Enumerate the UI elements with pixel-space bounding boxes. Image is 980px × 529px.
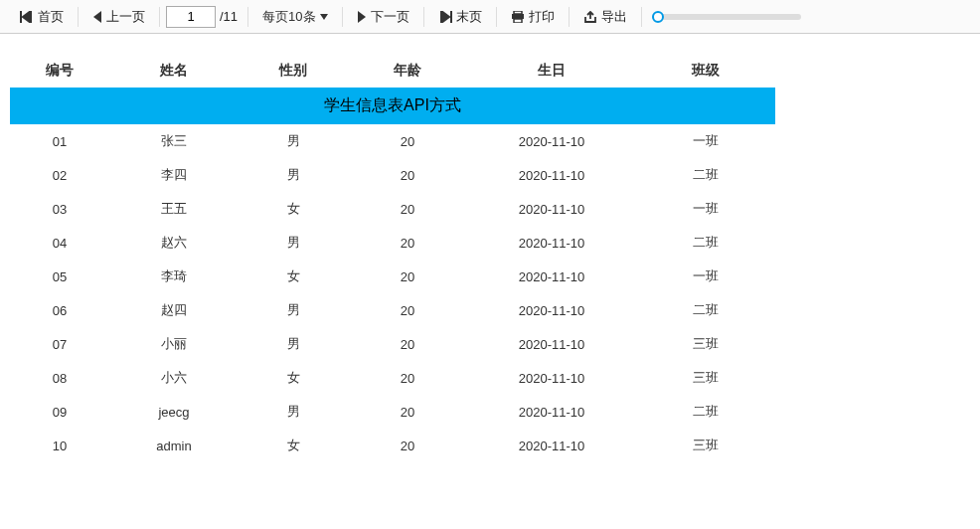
table-row: 10admin女202020-11-10三班 — [10, 429, 775, 462]
cell-id: 01 — [10, 124, 109, 158]
table-row: 02李四男202020-11-10二班 — [10, 158, 775, 192]
separator — [247, 7, 248, 27]
table-row: 07小丽男202020-11-10三班 — [10, 327, 775, 361]
cell-class: 一班 — [636, 124, 775, 158]
cell-sex: 男 — [239, 293, 348, 327]
print-button[interactable]: 打印 — [499, 0, 567, 33]
cell-class: 三班 — [636, 429, 775, 462]
cell-name: 王五 — [109, 192, 239, 226]
cell-class: 三班 — [636, 327, 775, 361]
last-label: 末页 — [456, 8, 482, 26]
prev-page-button[interactable]: 上一页 — [81, 0, 157, 33]
cell-sex: 女 — [239, 260, 348, 293]
table-row: 03王五女202020-11-10一班 — [10, 192, 775, 226]
cell-birthday: 2020-11-10 — [467, 327, 636, 361]
table-title: 学生信息表API方式 — [10, 88, 775, 124]
cell-age: 20 — [348, 226, 467, 260]
cell-age: 20 — [348, 260, 467, 293]
cell-id: 07 — [10, 327, 109, 361]
cell-id: 02 — [10, 158, 109, 192]
cell-birthday: 2020-11-10 — [467, 293, 636, 327]
cell-birthday: 2020-11-10 — [467, 124, 636, 158]
separator — [496, 7, 497, 27]
cell-class: 二班 — [636, 158, 775, 192]
pagination-toolbar: 首页 上一页 /11 每页10条 下一页 末页 打印 — [0, 0, 980, 34]
cell-id: 03 — [10, 192, 109, 226]
print-label: 打印 — [529, 8, 555, 26]
cell-name: 李四 — [109, 158, 239, 192]
cell-name: admin — [109, 429, 239, 462]
cell-birthday: 2020-11-10 — [467, 158, 636, 192]
cell-birthday: 2020-11-10 — [467, 429, 636, 462]
cell-age: 20 — [348, 124, 467, 158]
cell-age: 20 — [348, 293, 467, 327]
svg-rect-2 — [514, 19, 522, 23]
table-row: 09jeecg男202020-11-10二班 — [10, 395, 775, 429]
print-icon — [511, 11, 525, 23]
export-button[interactable]: 导出 — [572, 0, 639, 33]
next-page-button[interactable]: 下一页 — [345, 0, 421, 33]
cell-age: 20 — [348, 361, 467, 395]
cell-sex: 男 — [239, 124, 348, 158]
table-title-row: 学生信息表API方式 — [10, 88, 775, 124]
cell-age: 20 — [348, 158, 467, 192]
cell-birthday: 2020-11-10 — [467, 361, 636, 395]
separator — [78, 7, 79, 27]
export-icon — [583, 11, 597, 23]
cell-sex: 男 — [239, 327, 348, 361]
cell-id: 04 — [10, 226, 109, 260]
prev-icon — [92, 11, 102, 23]
table-header-row: 编号 姓名 性别 年龄 生日 班级 — [10, 54, 775, 88]
cell-class: 一班 — [636, 260, 775, 293]
progress-slider[interactable] — [652, 14, 801, 20]
cell-age: 20 — [348, 395, 467, 429]
content-area: 学生信息表API方式 编号 姓名 性别 年龄 生日 班级 01张三男202020… — [0, 34, 980, 482]
cell-sex: 男 — [239, 158, 348, 192]
last-icon — [438, 11, 452, 23]
cell-class: 二班 — [636, 395, 775, 429]
cell-class: 二班 — [636, 293, 775, 327]
next-icon — [357, 11, 367, 23]
cell-birthday: 2020-11-10 — [467, 226, 636, 260]
page-size-dropdown[interactable]: 每页10条 — [250, 0, 339, 33]
first-label: 首页 — [38, 8, 64, 26]
cell-age: 20 — [348, 429, 467, 462]
export-label: 导出 — [601, 8, 627, 26]
separator — [159, 7, 160, 27]
header-age: 年龄 — [348, 54, 467, 88]
cell-sex: 女 — [239, 361, 348, 395]
page-number-input[interactable] — [166, 6, 216, 28]
cell-id: 08 — [10, 361, 109, 395]
cell-class: 一班 — [636, 192, 775, 226]
progress-knob[interactable] — [652, 11, 664, 23]
separator — [342, 7, 343, 27]
cell-birthday: 2020-11-10 — [467, 192, 636, 226]
cell-id: 06 — [10, 293, 109, 327]
first-icon — [20, 11, 34, 23]
cell-name: 小丽 — [109, 327, 239, 361]
separator — [423, 7, 424, 27]
cell-class: 三班 — [636, 361, 775, 395]
table-row: 04赵六男202020-11-10二班 — [10, 226, 775, 260]
cell-name: 赵六 — [109, 226, 239, 260]
cell-name: jeecg — [109, 395, 239, 429]
cell-id: 05 — [10, 260, 109, 293]
table-row: 05李琦女202020-11-10一班 — [10, 260, 775, 293]
header-birthday: 生日 — [467, 54, 636, 88]
header-id: 编号 — [10, 54, 109, 88]
cell-birthday: 2020-11-10 — [467, 260, 636, 293]
cell-id: 10 — [10, 429, 109, 462]
next-label: 下一页 — [371, 8, 409, 26]
table-row: 06赵四男202020-11-10二班 — [10, 293, 775, 327]
cell-sex: 女 — [239, 429, 348, 462]
table-row: 01张三男202020-11-10一班 — [10, 124, 775, 158]
cell-age: 20 — [348, 327, 467, 361]
cell-name: 赵四 — [109, 293, 239, 327]
cell-birthday: 2020-11-10 — [467, 395, 636, 429]
last-page-button[interactable]: 末页 — [426, 0, 494, 33]
cell-age: 20 — [348, 192, 467, 226]
cell-name: 小六 — [109, 361, 239, 395]
first-page-button[interactable]: 首页 — [8, 0, 76, 33]
header-name: 姓名 — [109, 54, 239, 88]
cell-name: 张三 — [109, 124, 239, 158]
